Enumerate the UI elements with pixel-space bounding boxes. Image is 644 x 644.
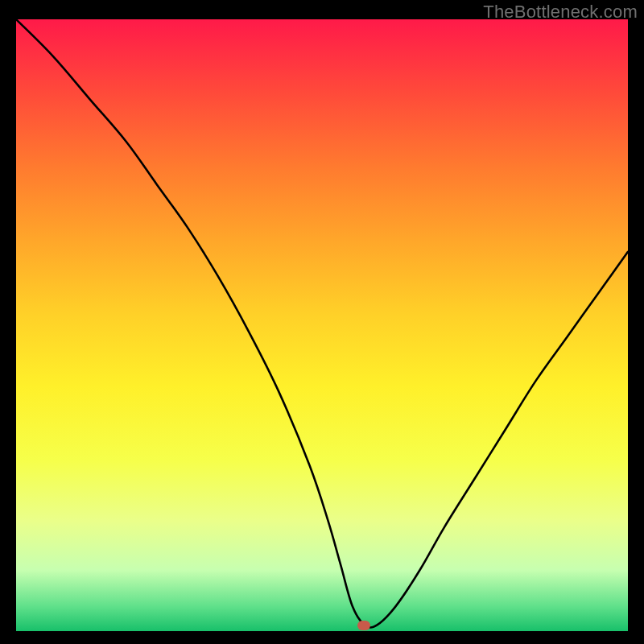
bottleneck-curve — [16, 19, 628, 631]
optimal-point-marker — [357, 621, 370, 630]
watermark-text: TheBottleneck.com — [483, 2, 638, 23]
plot-area — [16, 19, 628, 631]
chart-frame: TheBottleneck.com — [0, 0, 644, 644]
